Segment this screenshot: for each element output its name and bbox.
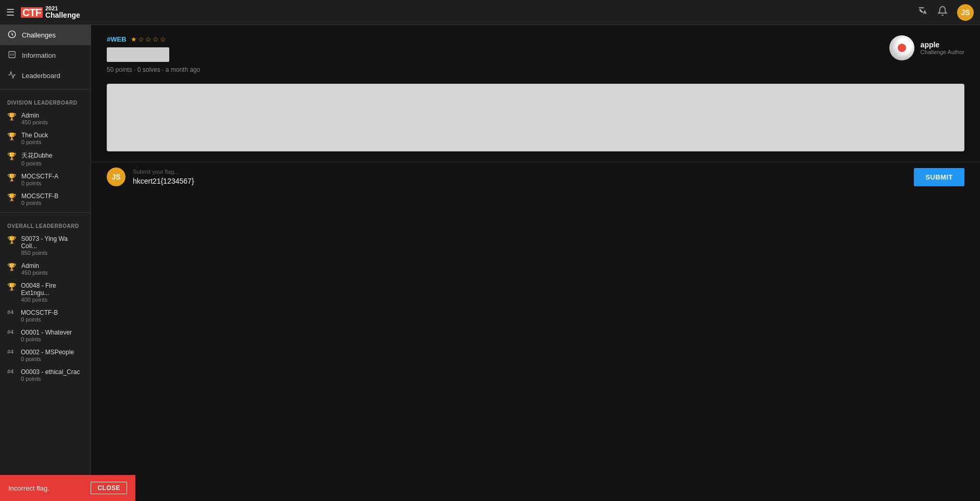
overall-points-2: 450 points xyxy=(21,269,48,276)
overall-rank-6: #4 xyxy=(7,349,16,355)
overall-trophy-1: 🏆 xyxy=(7,236,16,244)
author-info: apple Challenge Author xyxy=(921,41,964,55)
overall-points-7: 0 points xyxy=(21,376,80,382)
division-name-3: 天花Dubhe xyxy=(21,151,52,160)
overall-item-1[interactable]: 🏆 S0073 - Ying Wa Coll... 850 points xyxy=(0,232,91,259)
division-points-2: 0 points xyxy=(21,139,48,145)
main-content: #WEB ★☆☆☆☆ 50 points · 0 solves · a mont… xyxy=(91,25,980,501)
sidebar: Challenges Information Leaderboard DIVIS… xyxy=(0,25,91,501)
overall-name-7: O0003 - ethical_Crac xyxy=(21,368,80,376)
overall-trophy-3: 🏆 xyxy=(7,282,16,291)
overall-points-3: 400 points xyxy=(21,297,83,303)
overall-name-1: S0073 - Ying Wa Coll... xyxy=(21,235,83,250)
overall-rank-5: #4 xyxy=(7,329,16,335)
division-item-3[interactable]: 🏆 天花Dubhe 0 points xyxy=(0,148,91,170)
flag-input[interactable]: hkcert21{1234567} xyxy=(133,177,907,185)
overall-item-4[interactable]: #4 MOCSCTF-B 0 points xyxy=(0,306,91,326)
trophy-dim-4: 🏆 xyxy=(7,173,16,182)
flag-user-avatar: JS xyxy=(107,168,125,186)
trophy-dim-5: 🏆 xyxy=(7,193,16,201)
challenges-icon xyxy=(7,30,17,40)
overall-name-2: Admin xyxy=(21,262,48,269)
overall-name-5: O0001 - Whatever xyxy=(21,329,72,336)
author-name: apple xyxy=(921,41,964,49)
main-layout: Challenges Information Leaderboard DIVIS… xyxy=(0,25,980,501)
overall-trophy-2: 🏆 xyxy=(7,263,16,271)
overall-name-3: O0048 - Fire Ext1ngu... xyxy=(21,282,83,297)
overall-points-5: 0 points xyxy=(21,336,72,342)
error-banner: Incorrect flag. CLOSE xyxy=(0,475,135,501)
topnav: ☰ CTF 2021 Challenge JS xyxy=(0,0,980,25)
overall-name-6: O0002 - MSPeople xyxy=(21,349,74,356)
challenge-author: apple Challenge Author xyxy=(889,35,964,60)
challenge-meta: 50 points · 0 solves · a month ago xyxy=(107,66,200,73)
author-avatar-inner xyxy=(889,35,914,60)
logo-ctf: CTF xyxy=(21,7,43,18)
overall-rank-4: #4 xyxy=(7,309,16,315)
sidebar-item-information[interactable]: Information xyxy=(0,45,91,66)
user-avatar[interactable]: JS xyxy=(957,4,974,21)
error-close-button[interactable]: CLOSE xyxy=(91,482,127,494)
logo: CTF 2021 Challenge xyxy=(21,6,80,19)
division-item-4[interactable]: 🏆 MOCSCTF-A 0 points xyxy=(0,170,91,189)
overall-section-title: OVERALL LEADERBOARD xyxy=(0,216,91,232)
overall-item-3[interactable]: 🏆 O0048 - Fire Ext1ngu... 400 points xyxy=(0,279,91,306)
translate-icon[interactable] xyxy=(918,6,928,19)
challenge-title-box xyxy=(107,47,169,62)
division-item-1[interactable]: 🏆 Admin 450 points xyxy=(0,109,91,129)
division-points-4: 0 points xyxy=(21,180,58,186)
author-avatar-dot xyxy=(898,44,906,52)
challenges-label: Challenges xyxy=(22,31,56,39)
flag-submit-section: JS Submit your flag... hkcert21{1234567}… xyxy=(91,162,980,186)
submit-button[interactable]: SUBMIT xyxy=(914,168,964,186)
division-name-4: MOCSCTF-A xyxy=(21,173,58,180)
menu-icon[interactable]: ☰ xyxy=(6,7,15,18)
sidebar-item-challenges[interactable]: Challenges xyxy=(0,25,91,45)
flag-placeholder: Submit your flag... xyxy=(133,169,907,175)
logo-challenge: Challenge xyxy=(45,11,80,19)
trophy-silver-2: 🏆 xyxy=(7,132,16,140)
overall-rank-7: #4 xyxy=(7,368,16,375)
division-points-1: 450 points xyxy=(21,119,48,125)
division-item-5[interactable]: 🏆 MOCSCTF-B 0 points xyxy=(0,189,91,209)
challenge-tags: #WEB ★☆☆☆☆ xyxy=(107,35,200,43)
information-icon xyxy=(7,50,17,60)
tag-web: #WEB xyxy=(107,35,127,43)
overall-points-6: 0 points xyxy=(21,356,74,362)
overall-item-5[interactable]: #4 O0001 - Whatever 0 points xyxy=(0,326,91,345)
trophy-bronze-3: 🏆 xyxy=(7,152,16,160)
division-name-1: Admin xyxy=(21,112,48,119)
overall-item-6[interactable]: #4 O0002 - MSPeople 0 points xyxy=(0,345,91,365)
challenge-header-left: #WEB ★☆☆☆☆ 50 points · 0 solves · a mont… xyxy=(107,35,200,73)
topnav-icons: JS xyxy=(918,4,974,21)
bell-icon[interactable] xyxy=(937,6,948,19)
division-section-title: DIVISION LEADERBOARD xyxy=(0,93,91,109)
overall-name-4: MOCSCTF-B xyxy=(21,309,58,316)
leaderboard-icon xyxy=(7,71,17,81)
challenge-header: #WEB ★☆☆☆☆ 50 points · 0 solves · a mont… xyxy=(91,25,980,79)
information-label: Information xyxy=(22,52,56,59)
error-message: Incorrect flag. xyxy=(8,484,49,492)
division-name-5: MOCSCTF-B xyxy=(21,192,58,200)
overall-item-2[interactable]: 🏆 Admin 450 points xyxy=(0,259,91,279)
challenge-description xyxy=(107,84,964,151)
overall-item-7[interactable]: #4 O0003 - ethical_Crac 0 points xyxy=(0,365,91,385)
svg-rect-1 xyxy=(9,52,15,58)
sidebar-item-leaderboard[interactable]: Leaderboard xyxy=(0,66,91,86)
flag-input-container: Submit your flag... hkcert21{1234567} xyxy=(133,169,907,185)
overall-points-4: 0 points xyxy=(21,316,58,323)
author-role: Challenge Author xyxy=(921,49,964,55)
division-points-3: 0 points xyxy=(21,160,52,166)
overall-points-1: 850 points xyxy=(21,250,83,256)
tag-stars: ★☆☆☆☆ xyxy=(131,35,167,43)
author-avatar xyxy=(889,35,914,60)
division-name-2: The Duck xyxy=(21,132,48,139)
division-points-5: 0 points xyxy=(21,200,58,206)
trophy-gold-1: 🏆 xyxy=(7,112,16,121)
division-item-2[interactable]: 🏆 The Duck 0 points xyxy=(0,129,91,148)
leaderboard-label: Leaderboard xyxy=(22,72,60,80)
